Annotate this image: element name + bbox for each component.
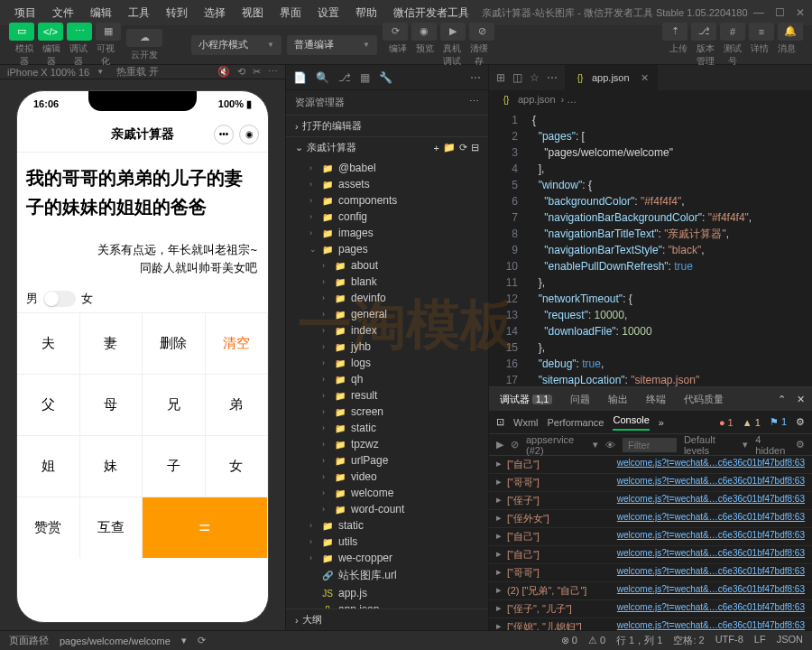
gear-icon[interactable]: ⚙ [796, 416, 805, 428]
sound-icon[interactable]: 🔇 [217, 66, 230, 78]
warn-count[interactable]: ⚠ 0 [588, 635, 605, 646]
refresh-icon[interactable]: ⟳ [459, 142, 467, 153]
key-妹[interactable]: 妹 [80, 435, 143, 497]
encoding[interactable]: UTF-8 [715, 634, 743, 647]
key-=[interactable]: = [143, 497, 268, 558]
messages-button[interactable]: 🔔 [778, 23, 803, 41]
more-icon[interactable]: ⋯ [268, 66, 278, 78]
menu-item[interactable]: 视图 [235, 2, 271, 24]
console-log[interactable]: ▸["侄子", "儿子"]welcome.js?t=wechat&…c6e36c… [489, 600, 812, 618]
device-select[interactable]: iPhone X 100% 16 [7, 67, 89, 78]
context-select[interactable]: appservice (#2) [526, 434, 586, 456]
key-夫[interactable]: 夫 [17, 312, 80, 374]
simulator-button[interactable]: ▭ [9, 23, 34, 41]
key-赞赏[interactable]: 赞赏 [17, 497, 80, 558]
tree-item[interactable]: ›📁general [286, 306, 488, 322]
search-tab-icon[interactable]: 🔍 [316, 71, 329, 84]
output-tab[interactable]: 输出 [604, 393, 632, 406]
tree-item[interactable]: ›📁components [286, 192, 488, 209]
tree-item[interactable]: ›📁config [286, 209, 488, 225]
console-log[interactable]: ▸["哥哥"]welcome.js?t=wechat&…c6e36c01bf47… [489, 564, 812, 582]
tree-item[interactable]: ›📁jyhb [286, 339, 488, 355]
tree-item[interactable]: ›📁images [286, 225, 488, 241]
editor-button[interactable]: </> [38, 23, 63, 41]
warn-count[interactable]: ▲ 1 [743, 417, 761, 428]
tree-item[interactable]: {}app.json [286, 601, 488, 608]
key-妻[interactable]: 妻 [80, 312, 143, 374]
quality-tab[interactable]: 代码质量 [680, 393, 727, 406]
tree-item[interactable]: ›📁video [286, 469, 488, 485]
close-tab-icon[interactable]: ✕ [641, 72, 649, 84]
more-icon[interactable]: ⋯ [470, 71, 481, 84]
capsule-close-icon[interactable]: ◉ [239, 125, 259, 144]
hot-reload-toggle[interactable]: 热重载 开 [116, 65, 159, 79]
more-tabs-icon[interactable]: » [659, 417, 664, 428]
performance-tab[interactable]: Performance [548, 417, 604, 428]
tree-item[interactable]: ›📁logs [286, 355, 488, 371]
tree-item[interactable]: ›📁result [286, 387, 488, 404]
levels-select[interactable]: Default levels [684, 434, 735, 456]
files-tab-icon[interactable]: 📄 [293, 71, 307, 84]
preview-button[interactable]: ◉ [411, 23, 437, 41]
capsule-menu-icon[interactable]: ••• [214, 125, 234, 144]
key-清空[interactable]: 清空 [206, 312, 269, 374]
language[interactable]: JSON [777, 634, 803, 647]
tree-item[interactable]: ›📁we-cropper [286, 550, 488, 566]
minimize-icon[interactable]: — [753, 6, 764, 19]
outline-section[interactable]: › 大纲 [286, 608, 488, 630]
console-log[interactable]: ▸["自己"]welcome.js?t=wechat&…c6e36c01bf47… [489, 528, 812, 546]
bookmark-icon[interactable]: ☆ [530, 71, 540, 84]
error-count[interactable]: ● 1 [719, 417, 734, 428]
tree-item[interactable]: ›📁assets [286, 176, 488, 192]
git-tab-icon[interactable]: ⎇ [338, 71, 351, 84]
version-button[interactable]: ⎇ [691, 23, 716, 41]
tree-item[interactable]: ⌄📁pages [286, 241, 488, 257]
menu-item[interactable]: 帮助 [348, 2, 384, 24]
inspect-icon[interactable]: ⊡ [496, 416, 504, 428]
tree-item[interactable]: 🔗站长图库.url [286, 566, 488, 585]
test-button[interactable]: # [720, 23, 745, 41]
menu-item[interactable]: 工具 [121, 2, 157, 24]
tree-item[interactable]: ›📁screen [286, 404, 488, 420]
more-icon[interactable]: ⋯ [547, 71, 558, 84]
tree-item[interactable]: ›📁about [286, 257, 488, 274]
menu-item[interactable]: 界面 [272, 2, 309, 24]
eye-icon[interactable]: 👁 [605, 440, 615, 450]
wxml-tab[interactable]: Wxml [513, 417, 539, 428]
eol[interactable]: LF [754, 634, 766, 647]
remote-debug-button[interactable]: ▶ [440, 23, 466, 41]
clear-icon[interactable]: ⊘ [511, 439, 519, 450]
compile-select[interactable]: 普通编译▼ [287, 35, 377, 55]
menu-item[interactable]: 文件 [45, 2, 81, 24]
menu-item[interactable]: 编辑 [83, 2, 119, 24]
tree-item[interactable]: ›📁utils [286, 534, 488, 550]
cloud-button[interactable]: ☁ [126, 29, 162, 47]
play-icon[interactable]: ▶ [496, 439, 503, 450]
more-icon[interactable]: ⋯ [469, 96, 479, 109]
tree-item[interactable]: ›📁index [286, 322, 488, 339]
refresh-icon[interactable]: ⟳ [198, 635, 206, 646]
tree-item[interactable]: JSapp.js [286, 585, 488, 601]
cursor-position[interactable]: 行 1，列 1 [616, 634, 662, 647]
key-子[interactable]: 子 [143, 435, 206, 497]
key-删除[interactable]: 删除 [143, 312, 206, 374]
menu-item[interactable]: 项目 [7, 2, 43, 24]
code-editor[interactable]: { "pages": [ "pages/welcome/welcome" ], … [525, 108, 812, 386]
info-count[interactable]: ⚑ 1 [770, 416, 787, 428]
tree-item[interactable]: ›📁blank [286, 274, 488, 290]
page-path[interactable]: pages/welcome/welcome [60, 636, 171, 646]
tools-tab-icon[interactable]: 🔧 [379, 71, 392, 84]
mode-select[interactable]: 小程序模式▼ [191, 35, 281, 55]
upload-button[interactable]: ⇡ [662, 23, 687, 41]
tree-item[interactable]: ›📁static [286, 517, 488, 534]
new-file-icon[interactable]: + [434, 143, 439, 153]
visual-button[interactable]: ▦ [96, 23, 121, 41]
tree-item[interactable]: ›📁static [286, 420, 488, 436]
chevron-up-icon[interactable]: ⌃ [778, 394, 786, 405]
console-tab[interactable]: Console [613, 414, 649, 431]
debugger-tab[interactable]: 调试器 1,1 [496, 393, 556, 406]
key-弟[interactable]: 弟 [206, 374, 269, 435]
hidden-count[interactable]: 4 hidden [755, 434, 789, 456]
error-count[interactable]: ⊗ 0 [561, 635, 577, 646]
key-母[interactable]: 母 [80, 374, 143, 435]
